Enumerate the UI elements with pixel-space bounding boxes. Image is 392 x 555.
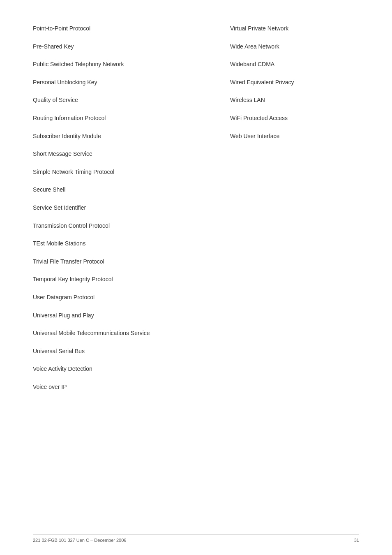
footer-left-text: 221 02-FGB 101 327 Uen C – December 2006	[33, 538, 126, 543]
term-item-usb: Universal Serial Bus	[33, 347, 214, 356]
term-text-pstn: Public Switched Telephony Network	[33, 61, 124, 67]
term-text-ssh: Secure Shell	[33, 186, 65, 193]
right-column: Virtual Private NetworkWide Area Network…	[222, 25, 359, 401]
term-text-wcdma: Wideband CDMA	[230, 61, 274, 67]
term-text-vpn: Virtual Private Network	[230, 25, 288, 32]
term-text-wpa: WiFi Protected Access	[230, 115, 288, 121]
term-text-vad: Voice Activity Detection	[33, 365, 92, 372]
term-text-puk: Personal Unblocking Key	[33, 79, 97, 86]
term-item-sms: Short Message Service	[33, 150, 214, 158]
term-item-wpa: WiFi Protected Access	[230, 114, 359, 123]
term-text-tcp: Transmission Control Protocol	[33, 222, 110, 229]
term-item-ppp: Point-to-Point Protocol	[33, 25, 214, 33]
term-text-wep: Wired Equivalent Privacy	[230, 79, 294, 86]
term-text-wan: Wide Area Network	[230, 43, 279, 50]
term-text-ssid: Service Set Identifier	[33, 204, 86, 211]
term-text-wlan: Wireless LAN	[230, 97, 265, 103]
term-item-tftp: Trivial File Transfer Protocol	[33, 258, 214, 266]
term-item-ssh: Secure Shell	[33, 186, 214, 194]
term-item-rip: Routing Information Protocol	[33, 114, 214, 123]
footer: 221 02-FGB 101 327 Uen C – December 2006…	[33, 534, 359, 543]
term-item-wan: Wide Area Network	[230, 43, 359, 51]
term-item-pstn: Public Switched Telephony Network	[33, 60, 214, 69]
term-item-tkip: Temporal Key Integrity Protocol	[33, 275, 214, 284]
term-item-wcdma: Wideband CDMA	[230, 60, 359, 69]
term-item-vpn: Virtual Private Network	[230, 25, 359, 33]
term-item-puk: Personal Unblocking Key	[33, 79, 214, 87]
term-item-qos: Quality of Service	[33, 96, 214, 104]
term-text-sim: Subscriber Identity Module	[33, 133, 101, 139]
term-item-udp: User Datagram Protocol	[33, 294, 214, 302]
term-item-wlan: Wireless LAN	[230, 96, 359, 104]
footer-page-number: 31	[354, 538, 359, 543]
term-item-tems: TEst Mobile Stations	[33, 240, 214, 248]
page-content: Point-to-Point ProtocolPre-Shared KeyPub…	[0, 0, 392, 434]
term-text-umts: Universal Mobile Telecommunications Serv…	[33, 330, 150, 336]
term-text-voip: Voice over IP	[33, 384, 67, 390]
term-text-usb: Universal Serial Bus	[33, 348, 85, 354]
term-item-wep: Wired Equivalent Privacy	[230, 79, 359, 87]
left-column: Point-to-Point ProtocolPre-Shared KeyPub…	[33, 25, 222, 401]
term-item-psk: Pre-Shared Key	[33, 43, 214, 51]
term-item-wui: Web User Interface	[230, 132, 359, 141]
term-text-tftp: Trivial File Transfer Protocol	[33, 258, 104, 265]
term-item-tcp: Transmission Control Protocol	[33, 222, 214, 230]
term-text-qos: Quality of Service	[33, 97, 78, 103]
term-text-psk: Pre-Shared Key	[33, 43, 74, 50]
term-text-tems: TEst Mobile Stations	[33, 240, 85, 247]
term-text-upnp: Universal Plug and Play	[33, 312, 94, 319]
term-item-sntp: Simple Network Timing Protocol	[33, 168, 214, 176]
term-item-sim: Subscriber Identity Module	[33, 132, 214, 141]
term-text-sntp: Simple Network Timing Protocol	[33, 169, 114, 175]
term-item-upnp: Universal Plug and Play	[33, 312, 214, 320]
term-text-wui: Web User Interface	[230, 133, 279, 139]
two-column-layout: Point-to-Point ProtocolPre-Shared KeyPub…	[33, 25, 359, 401]
term-item-voip: Voice over IP	[33, 383, 214, 391]
term-item-ssid: Service Set Identifier	[33, 204, 214, 212]
term-text-rip: Routing Information Protocol	[33, 115, 106, 121]
term-text-ppp: Point-to-Point Protocol	[33, 25, 90, 32]
term-text-tkip: Temporal Key Integrity Protocol	[33, 276, 113, 282]
term-item-vad: Voice Activity Detection	[33, 365, 214, 373]
term-text-udp: User Datagram Protocol	[33, 294, 95, 301]
term-item-umts: Universal Mobile Telecommunications Serv…	[33, 329, 214, 338]
term-text-sms: Short Message Service	[33, 150, 92, 157]
